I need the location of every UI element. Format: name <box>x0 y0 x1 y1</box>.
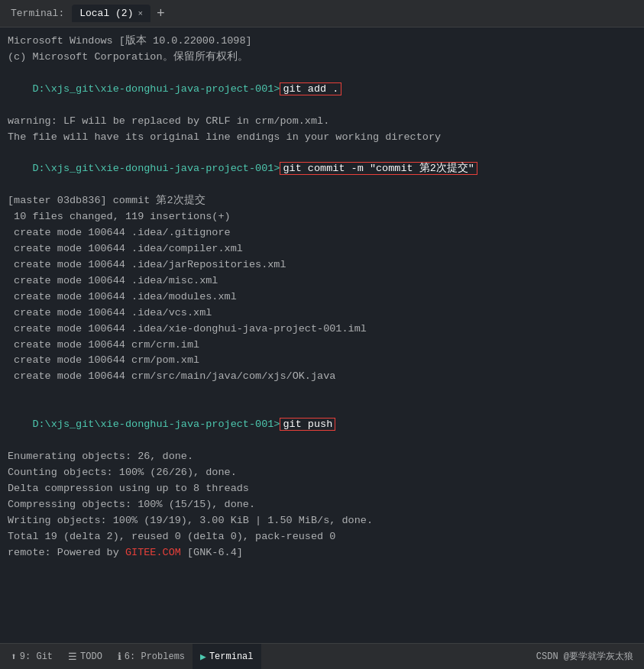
line-25: Writing objects: 100% (19/19), 3.00 KiB … <box>8 513 636 529</box>
bottom-right: CSDN @要学就学灰太狼 <box>529 644 641 669</box>
line-18: create mode 100644 crm/src/main/java/com… <box>8 369 636 385</box>
line-26: Total 19 (delta 2), reused 0 (delta 0), … <box>8 529 636 545</box>
todo-label: TODO <box>80 651 102 662</box>
line-17: create mode 100644 crm/pom.xml <box>8 353 636 369</box>
tab-title: Local (2) <box>79 8 133 19</box>
bottom-bar: ⬆ 9: Git ☰ TODO ℹ 6: Problems ▶ Terminal… <box>0 643 644 669</box>
close-icon[interactable]: × <box>138 9 143 18</box>
bottom-item-todo[interactable]: ☰ TODO <box>60 644 110 669</box>
line-2: (c) Microsoft Corporation。保留所有权利。 <box>8 50 636 66</box>
line-14: create mode 100644 .idea/vcs.xml <box>8 305 636 322</box>
add-tab-button[interactable]: + <box>154 6 168 21</box>
watermark: CSDN @要学就学灰太狼 <box>529 650 641 663</box>
line-23: Delta compression using up to 8 threads <box>8 481 636 497</box>
line-13: create mode 100644 .idea/modules.xml <box>8 289 636 305</box>
line-12: create mode 100644 .idea/misc.xml <box>8 273 636 289</box>
line-1: Microsoft Windows [版本 10.0.22000.1098] <box>8 34 636 50</box>
bottom-item-problems[interactable]: ℹ 6: Problems <box>110 644 193 669</box>
line-7: [master 03db836] commit 第2次提交 <box>8 193 636 209</box>
line-11: create mode 100644 .idea/jarRepositories… <box>8 257 636 273</box>
tab-bar: Terminal: Local (2) × + <box>0 0 644 27</box>
line-27: remote: Powered by GITEE.COM [GNK-6.4] <box>8 545 636 561</box>
line-5: The file will have its original line end… <box>8 130 636 146</box>
line-22: Counting objects: 100% (26/26), done. <box>8 465 636 481</box>
bottom-item-git[interactable]: ⬆ 9: Git <box>3 644 60 669</box>
line-9: create mode 100644 .idea/.gitignore <box>8 225 636 241</box>
bottom-item-terminal[interactable]: ▶ Terminal <box>193 644 261 669</box>
todo-icon: ☰ <box>68 651 77 663</box>
line-8: 10 files changed, 119 insertions(+) <box>8 209 636 225</box>
line-10: create mode 100644 .idea/compiler.xml <box>8 241 636 257</box>
line-4: warning: LF will be replaced by CRLF in … <box>8 114 636 130</box>
line-3: D:\xjs_git\xie-donghui-java-project-001>… <box>8 66 636 114</box>
line-24: Compressing objects: 100% (15/15), done. <box>8 497 636 513</box>
terminal-label: Terminal: <box>6 8 69 19</box>
terminal-label-bottom: Terminal <box>209 651 254 662</box>
line-6: D:\xjs_git\xie-donghui-java-project-001>… <box>8 145 636 193</box>
line-19 <box>8 385 636 401</box>
terminal-body: Microsoft Windows [版本 10.0.22000.1098] (… <box>0 27 644 643</box>
line-21: Enumerating objects: 26, done. <box>8 449 636 465</box>
git-icon: ⬆ <box>11 651 17 663</box>
active-tab[interactable]: Local (2) × <box>72 5 150 22</box>
terminal-icon: ▶ <box>200 651 206 663</box>
line-16: create mode 100644 crm/crm.iml <box>8 338 636 354</box>
line-15: create mode 100644 .idea/xie-donghui-jav… <box>8 322 636 338</box>
problems-label: 6: Problems <box>125 651 185 662</box>
git-label: 9: Git <box>20 651 53 662</box>
problems-icon: ℹ <box>118 651 121 663</box>
line-20: D:\xjs_git\xie-donghui-java-project-001>… <box>8 401 636 449</box>
